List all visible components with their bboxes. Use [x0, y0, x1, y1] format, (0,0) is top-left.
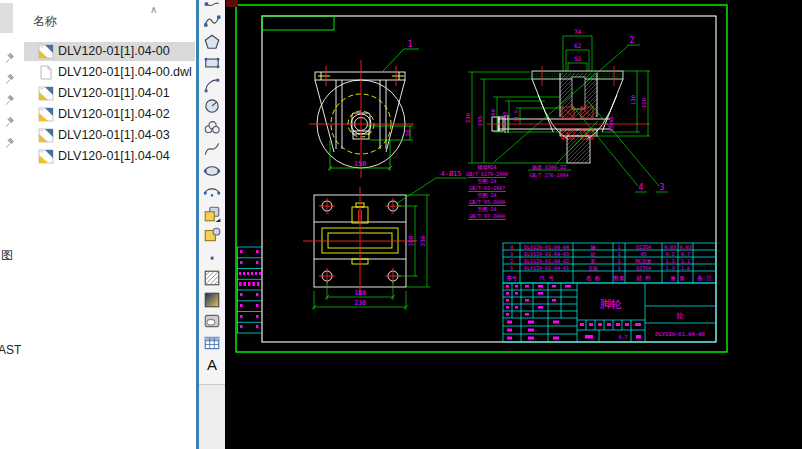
region-icon[interactable]	[203, 312, 221, 330]
rectangle-icon[interactable]	[203, 54, 221, 72]
table-icon[interactable]	[203, 334, 221, 352]
svg-text:Q235A: Q235A	[636, 244, 651, 250]
svg-text:16: 16	[404, 129, 411, 137]
insert-block-icon[interactable]	[203, 205, 221, 223]
svg-text:垫圈 24: 垫圈 24	[477, 206, 496, 212]
svg-text:0.2: 0.2	[665, 251, 674, 257]
point-icon[interactable]	[203, 249, 221, 267]
circle-icon[interactable]	[203, 97, 221, 115]
title-block: 脚轮 0.7 轮 DLV120-01.04-00	[503, 283, 716, 342]
svg-text:螺母M24: 螺母M24	[477, 164, 496, 170]
partial-tool-icon[interactable]	[203, 0, 221, 8]
svg-text:1.3: 1.3	[665, 265, 674, 271]
ellipse-icon[interactable]	[203, 162, 221, 180]
dwg-file-icon	[38, 149, 54, 164]
product-name: 脚轮	[600, 298, 622, 311]
svg-text:160: 160	[407, 235, 414, 246]
svg-text:轴: 轴	[591, 244, 596, 251]
file-row[interactable]: DLV120-01[1].04-00.dwl	[24, 63, 195, 82]
file-row[interactable]: DLV120-01[1].04-03	[24, 126, 195, 145]
svg-text:4: 4	[510, 244, 513, 250]
svg-text:垫圈 24: 垫圈 24	[477, 178, 496, 184]
svg-text:1: 1	[617, 244, 620, 250]
svg-text:52: 52	[574, 55, 582, 62]
make-block-icon[interactable]	[203, 226, 221, 244]
svg-text:230: 230	[419, 235, 426, 246]
file-row[interactable]: DLV120-01[1].04-01	[24, 84, 195, 103]
svg-text:数量: 数量	[614, 275, 626, 281]
polygon-icon[interactable]	[203, 33, 221, 51]
svg-text:MC尼龙: MC尼龙	[635, 258, 651, 264]
svg-text:230: 230	[354, 299, 366, 307]
svg-text:重 量: 重 量	[670, 275, 685, 281]
svg-text:1: 1	[408, 40, 413, 49]
svg-text:2: 2	[630, 36, 635, 45]
svg-text:1: 1	[510, 265, 513, 271]
gradient-icon[interactable]	[203, 291, 221, 309]
svg-text:100: 100	[490, 109, 496, 119]
revision-cloud-icon[interactable]	[203, 119, 221, 137]
svg-text:GB/T 97-2000: GB/T 97-2000	[469, 213, 505, 219]
draw-toolbar: A	[199, 0, 226, 385]
file-explorer-panel: 图 AST 名称 ∧ DLV120-01[1].04-00 DLV120-01[…	[0, 0, 196, 449]
svg-text:4: 4	[639, 183, 644, 192]
svg-text:代 号: 代 号	[538, 275, 554, 281]
multiline-text-icon[interactable]: A	[203, 356, 221, 374]
svg-text:62: 62	[574, 42, 582, 49]
sort-ascending-icon[interactable]: ∧	[150, 4, 157, 15]
ellipse-arc-icon[interactable]	[203, 183, 221, 201]
svg-text:名 称: 名 称	[586, 275, 601, 281]
section-view: 74 62 52 230 195 100 72 31.5 130 110 Ø20…	[465, 28, 668, 220]
dwg-file-icon	[38, 107, 54, 122]
svg-text:1: 1	[617, 258, 620, 264]
svg-text:备 注: 备 注	[697, 275, 712, 281]
file-name: DLV120-01[1].04-04	[58, 149, 170, 163]
name-column-header[interactable]: 名称	[33, 13, 57, 30]
svg-text:195: 195	[477, 116, 483, 126]
svg-text:DLV120-01.04-01: DLV120-01.04-01	[524, 265, 569, 271]
file-name: DLV120-01[1].04-00.dwl	[58, 65, 192, 79]
cad-canvas[interactable]: 16 150 1	[225, 0, 802, 449]
svg-text:垫圈 24: 垫圈 24	[477, 192, 496, 198]
svg-text:1.1: 1.1	[681, 258, 690, 264]
file-row[interactable]: DLV120-01[1].04-04	[24, 147, 195, 166]
nav-item-partial[interactable]: AST	[0, 343, 21, 357]
part-cell: 轮	[677, 312, 684, 320]
hatch-icon[interactable]	[203, 269, 221, 287]
bom-table: 4DLV120-01.04-04轴1Q235A0.030.03 3DLV120-…	[503, 243, 716, 283]
svg-text:支架: 支架	[588, 265, 598, 272]
svg-text:轴承 6306-2Z: 轴承 6306-2Z	[532, 164, 566, 171]
svg-text:序号: 序号	[506, 275, 518, 282]
svg-text:2: 2	[510, 258, 513, 264]
nav-item-partial[interactable]: 图	[1, 247, 13, 264]
svg-text:0.7: 0.7	[681, 251, 690, 257]
drawing-number: DLV120-01.04-00	[655, 331, 705, 337]
svg-text:72: 72	[502, 112, 508, 119]
svg-text:1.1: 1.1	[665, 258, 674, 264]
spline-icon[interactable]	[203, 140, 221, 158]
svg-text:GB/T 95-2000: GB/T 95-2000	[469, 199, 505, 205]
app-edge-sliver	[226, 0, 238, 7]
svg-text:0.03: 0.03	[679, 244, 691, 250]
dwg-file-icon	[38, 86, 54, 101]
svg-text:轮: 轮	[591, 251, 596, 258]
svg-text:1: 1	[617, 251, 620, 257]
file-row[interactable]: DLV120-01[1].04-00	[24, 42, 195, 61]
file-name: DLV120-01[1].04-00	[58, 44, 170, 58]
svg-text:3: 3	[510, 251, 513, 257]
svg-text:4-Ø15: 4-Ø15	[440, 170, 461, 178]
screen: { "explorer": { "column_header": "名称", "…	[0, 0, 802, 449]
svg-text:1: 1	[617, 265, 620, 271]
svg-text:GB/T 276-1994: GB/T 276-1994	[529, 172, 568, 178]
nav-selected-sliver	[0, 3, 13, 33]
dwl-file-icon	[38, 65, 54, 80]
arc-icon[interactable]	[203, 76, 221, 94]
file-name: DLV120-01[1].04-03	[58, 128, 170, 142]
polyline-icon[interactable]	[203, 11, 221, 29]
file-row[interactable]: DLV120-01[1].04-02	[24, 105, 195, 124]
plan-view: 180 230 160 230 4-Ø15	[303, 170, 467, 310]
svg-text:DLV120-01.04-02: DLV120-01.04-02	[524, 258, 569, 264]
file-name: DLV120-01[1].04-02	[58, 107, 170, 121]
svg-text:DLV120-01.04-03: DLV120-01.04-03	[524, 251, 569, 257]
toolbar-tail	[199, 385, 226, 449]
